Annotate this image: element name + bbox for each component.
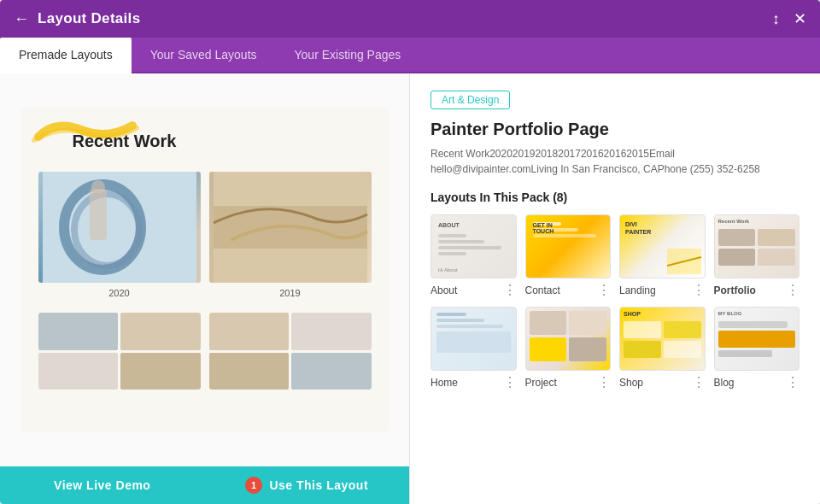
layout-menu-project[interactable]: ⋮ <box>597 374 611 390</box>
shop-mini-3 <box>624 341 661 358</box>
layout-menu-home[interactable]: ⋮ <box>503 374 517 390</box>
image-label-2020: 2020 <box>38 288 201 298</box>
layout-card-about: ABOUT Hi About About ⋮ <box>430 214 517 298</box>
layout-thumb-contact[interactable]: GET INTOUCH <box>525 214 612 278</box>
blog-thumb-content <box>715 321 800 357</box>
layout-menu-shop[interactable]: ⋮ <box>692 374 706 390</box>
layout-thumb-landing[interactable]: DIVIPAINTER <box>619 214 706 278</box>
mini-img-1 <box>38 313 119 350</box>
main-content: Recent Work <box>0 73 820 504</box>
layout-card-footer-landing: Landing ⋮ <box>619 282 706 298</box>
layout-card-footer-project: Project ⋮ <box>525 374 612 390</box>
portfolio-mini-3 <box>718 249 756 266</box>
mini-img-3 <box>38 353 119 390</box>
layout-menu-landing[interactable]: ⋮ <box>692 282 706 298</box>
back-icon[interactable]: ← <box>14 10 29 28</box>
thumb-line <box>436 319 484 322</box>
mockup-bottom-grid <box>38 313 372 390</box>
mini-img-6 <box>291 313 372 350</box>
layout-name-shop: Shop <box>619 377 643 389</box>
project-mini-3 <box>530 337 567 361</box>
layout-card-contact: GET INTOUCH Contact ⋮ <box>525 214 612 298</box>
blog-thumb-bar-3 <box>718 350 772 357</box>
mockup-title: Recent Work <box>73 132 177 151</box>
layout-thumb-home[interactable] <box>430 307 517 371</box>
thumb-line <box>436 313 466 316</box>
thumb-line <box>438 234 466 237</box>
blog-thumb-label: MY BLOG <box>718 311 742 316</box>
preview-actions: View Live Demo 1 Use This Layout <box>0 466 409 504</box>
layout-thumb-about[interactable]: ABOUT Hi About <box>430 214 517 278</box>
mockup-bottom-left <box>38 313 201 390</box>
layout-card-footer-shop: Shop ⋮ <box>619 374 706 390</box>
layout-description: Recent Work2020201920182017201620162015E… <box>430 146 800 177</box>
close-icon[interactable]: ✕ <box>794 9 806 28</box>
preview-panel: Recent Work <box>0 73 410 504</box>
thumb-line <box>438 240 484 243</box>
shop-thumb-label: SHOP <box>624 311 641 317</box>
thumb-line <box>436 325 503 328</box>
thumb-line <box>438 246 501 249</box>
tab-premade[interactable]: Premade Layouts <box>0 38 132 73</box>
layout-card-footer-portfolio: Portfolio ⋮ <box>714 282 800 298</box>
layout-card-landing: DIVIPAINTER Landing ⋮ <box>619 214 706 298</box>
tab-saved[interactable]: Your Saved Layouts <box>132 38 276 73</box>
category-badge: Art & Design <box>430 91 510 109</box>
layout-details-modal: ← Layout Details ↕ ✕ Premade Layouts You… <box>0 0 820 504</box>
mockup-image-2 <box>209 172 372 283</box>
use-layout-button[interactable]: 1 Use This Layout <box>205 466 410 504</box>
home-thumb-lines <box>431 308 516 358</box>
layout-menu-portfolio[interactable]: ⋮ <box>786 282 800 298</box>
mockup-bottom-right <box>209 313 372 390</box>
about-thumb-text: ABOUT <box>438 222 460 228</box>
layout-menu-contact[interactable]: ⋮ <box>597 282 611 298</box>
image-label-2019: 2019 <box>209 288 372 298</box>
mini-img-2 <box>120 313 201 350</box>
sort-icon[interactable]: ↕ <box>772 10 780 28</box>
use-layout-label: Use This Layout <box>269 478 368 492</box>
mockup-top-grid: 2020 <box>38 172 372 298</box>
layout-card-shop: SHOP Shop ⋮ <box>619 307 706 390</box>
shop-mini-2 <box>664 321 701 338</box>
layouts-grid: ABOUT Hi About About ⋮ <box>430 214 800 390</box>
blog-thumb-bar-1 <box>718 321 788 328</box>
svg-point-4 <box>91 180 105 194</box>
layout-card-footer-about: About ⋮ <box>430 282 517 298</box>
header-actions: ↕ ✕ <box>772 9 806 28</box>
badge-count: 1 <box>245 477 262 494</box>
layout-name-home: Home <box>430 377 458 389</box>
thumb-line <box>438 252 466 255</box>
layout-thumb-blog[interactable]: MY BLOG <box>714 307 800 371</box>
view-demo-button[interactable]: View Live Demo <box>0 466 205 504</box>
layout-card-home: Home ⋮ <box>430 307 517 390</box>
preview-image-area: Recent Work <box>0 73 409 466</box>
modal-header: ← Layout Details ↕ ✕ <box>0 0 820 38</box>
layout-menu-about[interactable]: ⋮ <box>503 282 517 298</box>
layout-name-portfolio: Portfolio <box>714 284 756 296</box>
layout-card-project: Project ⋮ <box>525 307 612 390</box>
portfolio-mini-1 <box>718 229 756 246</box>
layout-thumb-portfolio[interactable]: Recent Work <box>714 214 800 278</box>
landing-thumb-label: DIVIPAINTER <box>625 220 651 236</box>
thumb-line <box>533 234 596 237</box>
layout-thumb-shop[interactable]: SHOP <box>619 307 706 371</box>
layout-name-project: Project <box>525 377 557 389</box>
svg-rect-3 <box>90 189 107 240</box>
mini-img-7 <box>209 353 290 390</box>
about-thumb-sub: Hi About <box>438 267 458 273</box>
layout-card-footer-blog: Blog ⋮ <box>714 374 800 390</box>
tab-bar: Premade Layouts Your Saved Layouts Your … <box>0 38 820 73</box>
layout-name-landing: Landing <box>619 284 656 296</box>
portfolio-thumb-label: Recent Work <box>718 219 750 224</box>
preview-mockup: Recent Work <box>21 108 389 432</box>
tab-existing[interactable]: Your Existing Pages <box>276 38 420 73</box>
mini-img-4 <box>120 353 201 390</box>
project-mini-2 <box>569 311 606 335</box>
contact-thumb-label: GET INTOUCH <box>533 222 554 234</box>
layout-menu-blog[interactable]: ⋮ <box>786 374 800 390</box>
blog-thumb-bar-2 <box>718 331 796 348</box>
layout-name-blog: Blog <box>714 377 735 389</box>
layout-card-portfolio: Recent Work Portfolio ⋮ <box>714 214 800 298</box>
layout-title: Painter Portfolio Page <box>430 120 800 139</box>
layout-thumb-project[interactable] <box>525 307 612 371</box>
